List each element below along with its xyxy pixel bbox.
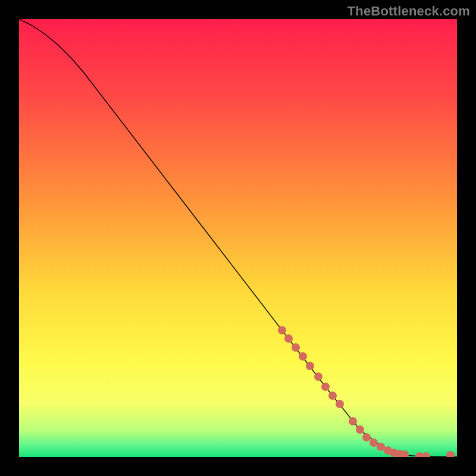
data-marker [446,451,455,457]
watermark-text: TheBottleneck.com [347,4,470,19]
data-marker [306,362,314,370]
data-marker [314,372,322,381]
data-marker [400,450,409,457]
data-marker [349,417,357,425]
data-marker [356,425,364,434]
data-marker [284,334,293,343]
plot-area [19,19,457,457]
data-marker [278,326,286,334]
dots-layer [19,19,457,457]
data-marker [299,352,307,361]
data-marker [328,392,337,400]
data-marker [292,343,300,352]
data-marker [422,452,430,457]
data-marker [336,400,344,408]
data-marker [321,383,330,391]
chart-stage: TheBottleneck.com [0,0,476,476]
